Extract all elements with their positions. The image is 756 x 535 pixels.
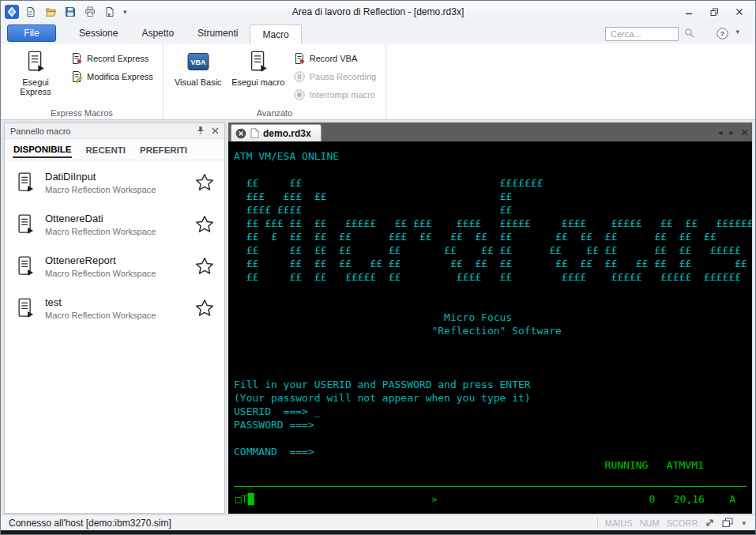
terminal-line: ££ ££ ££ ££ ££ ££ ££ ££ ££ ££ ££ ££ ££ £… xyxy=(234,257,752,270)
favorite-star-icon[interactable] xyxy=(194,256,215,277)
terminal-screen[interactable]: ATM VM/ESA ONLINE ££ ££ £££££££ £££ £££ … xyxy=(228,141,752,514)
macro-subtitle: Macro Reflection Workspace xyxy=(45,269,156,278)
terminal-line: ATM VM/ESA ONLINE xyxy=(234,149,752,163)
terminal-line xyxy=(234,351,752,364)
statusbar-separator xyxy=(597,518,598,529)
pausa-recording-button[interactable]: Pausa Recording xyxy=(288,67,381,85)
close-button[interactable] xyxy=(728,4,751,20)
file-tab[interactable]: File xyxy=(7,24,56,42)
modifica-express-label: Modifica Express xyxy=(87,72,153,81)
panel-close-icon[interactable] xyxy=(212,127,219,134)
modifica-express-button[interactable]: Modifica Express xyxy=(66,67,158,85)
minimize-button[interactable] xyxy=(677,4,701,20)
macro-subtitle: Macro Reflection Workspace xyxy=(45,185,156,194)
macro-name: OttenereReport xyxy=(45,254,156,266)
tab-preferiti[interactable]: PREFERITI xyxy=(139,141,188,157)
record-express-button[interactable]: Record Express xyxy=(66,49,158,67)
help-icon[interactable]: ? xyxy=(717,28,728,40)
record-vba-icon xyxy=(293,52,306,65)
macro-item[interactable]: OttenereReport Macro Reflection Workspac… xyxy=(5,245,224,287)
favorite-star-icon[interactable] xyxy=(194,172,215,193)
macro-panel-header: Pannello macro xyxy=(5,123,224,139)
oia-status-indicators: □T█ xyxy=(235,493,254,505)
ribbon-tab-row: File Sessione Aspetto Strumenti Macro ? … xyxy=(1,23,755,43)
tab-scroll-right-icon[interactable]: ▸ xyxy=(729,127,734,138)
pausa-recording-label: Pausa Recording xyxy=(310,72,376,81)
macro-subtitle: Macro Reflection Workspace xyxy=(45,311,156,320)
macro-script-icon xyxy=(14,213,36,235)
record-vba-button[interactable]: Record VBA xyxy=(288,49,381,67)
macro-list: DatiDiInput Macro Reflection Workspace O… xyxy=(5,161,224,513)
interrompi-macro-button[interactable]: Interrompi macro xyxy=(288,85,381,104)
tab-disponibile[interactable]: DISPONIBILE xyxy=(13,141,72,158)
tab-scroll-left-icon[interactable]: ◂ xyxy=(718,127,723,138)
terminal-line xyxy=(234,364,752,378)
app-logo-icon[interactable] xyxy=(5,5,19,19)
document-icon xyxy=(250,128,259,138)
terminal-line: RUNNING ATMVM1 xyxy=(234,458,752,472)
restore-button[interactable] xyxy=(702,4,726,20)
record-express-label: Record Express xyxy=(87,54,149,63)
esegui-express-button[interactable]: Esegui Express xyxy=(6,46,66,106)
terminal-line: ££ £ ££ ££ ££ £££ ££ ££ ££ ££ ££ ££ ££ £… xyxy=(234,230,752,243)
esegui-macro-button[interactable]: Esegui macro xyxy=(228,46,288,106)
terminal-line xyxy=(234,163,752,176)
ribbon-macro-panel: Esegui Express Record Express Modifica E… xyxy=(1,43,755,120)
tab-recenti[interactable]: RECENTI xyxy=(85,141,126,157)
qat-customize-caret-icon[interactable]: ▾ xyxy=(122,8,129,16)
tab-aspetto[interactable]: Aspetto xyxy=(130,24,186,43)
visual-basic-label: Visual Basic xyxy=(175,77,222,87)
avanzato-group: VBA Visual Basic Esegui macro Record VBA xyxy=(164,43,386,119)
save-icon[interactable] xyxy=(62,4,78,20)
macro-subtitle: Macro Reflection Workspace xyxy=(45,227,156,236)
macro-item[interactable]: test Macro Reflection Workspace xyxy=(5,287,224,329)
main-area: Pannello macro DISPONIBILE RECENTI PREFE… xyxy=(1,120,755,514)
esegui-express-label: Esegui Express xyxy=(6,77,66,96)
modifica-express-icon xyxy=(70,70,83,83)
help-caret-icon[interactable]: ▾ xyxy=(734,28,741,36)
favorite-star-icon[interactable] xyxy=(194,214,215,235)
esegui-express-icon xyxy=(24,50,47,73)
terminal-line: Micro Focus xyxy=(234,311,752,324)
quick-print-icon[interactable] xyxy=(102,4,118,20)
layout-caret-icon[interactable]: ▾ xyxy=(740,519,747,527)
print-icon[interactable] xyxy=(82,4,98,20)
macro-name: DatiDiInput xyxy=(45,171,156,183)
session-tab-label: demo.rd3x xyxy=(263,128,311,139)
esegui-macro-icon xyxy=(246,50,270,73)
svg-text:VBA: VBA xyxy=(190,58,206,66)
terminal-line: Fill in your USERID and PASSWORD and pre… xyxy=(234,378,752,391)
avanzato-small-buttons: Record VBA Pausa Recording Interrompi ma… xyxy=(288,46,381,104)
open-folder-icon[interactable] xyxy=(43,4,58,20)
tabbar-close-icon[interactable] xyxy=(741,129,748,136)
express-small-buttons: Record Express Modifica Express xyxy=(66,46,158,85)
window-title: Area di lavoro di Reflection - [demo.rd3… xyxy=(143,6,613,17)
layout-switch-icon[interactable] xyxy=(722,518,733,528)
new-document-icon[interactable] xyxy=(23,4,39,20)
session-tab-close-icon[interactable] xyxy=(235,128,246,139)
oia-cursor-position: 0 20,16 A xyxy=(649,493,735,505)
tab-strumenti[interactable]: Strumenti xyxy=(186,24,250,43)
search-input[interactable] xyxy=(605,27,679,41)
search-icon[interactable] xyxy=(684,28,695,39)
window-bottom-edge xyxy=(1,530,755,534)
session-tab[interactable]: demo.rd3x xyxy=(231,124,322,141)
pin-icon[interactable] xyxy=(196,126,205,136)
macro-script-icon xyxy=(14,255,36,277)
macro-item[interactable]: OttenereDati Macro Reflection Workspace xyxy=(5,203,224,245)
session-tab-bar: demo.rd3x ◂ ▸ xyxy=(228,122,752,141)
reflection-window: ▾ Area di lavoro di Reflection - [demo.r… xyxy=(0,0,756,535)
esegui-macro-label: Esegui macro xyxy=(231,77,284,87)
favorite-star-icon[interactable] xyxy=(194,298,215,318)
keyboard-lock-indicators: MAIUS NUM SCORR xyxy=(605,518,698,528)
tab-macro[interactable]: Macro xyxy=(250,24,301,44)
tab-sessione[interactable]: Sessione xyxy=(67,24,130,43)
record-vba-label: Record VBA xyxy=(310,54,358,63)
fullscreen-toggle-icon[interactable] xyxy=(705,518,715,528)
oia-shift-indicator: » xyxy=(431,493,438,505)
oia-status-line: □T█ » 0 20,16 A xyxy=(234,486,747,508)
visual-basic-button[interactable]: VBA Visual Basic xyxy=(168,46,228,106)
express-macros-group-label: Express Macros xyxy=(1,108,163,118)
connection-status: Connesso all'host [demo:ibm3270.sim] xyxy=(9,518,171,529)
macro-item[interactable]: DatiDiInput Macro Reflection Workspace xyxy=(5,161,224,203)
